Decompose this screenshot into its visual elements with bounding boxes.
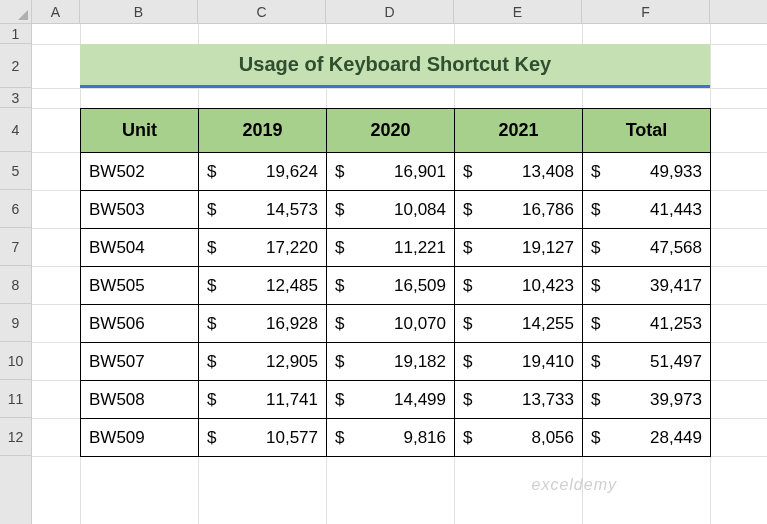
- cell-y2019[interactable]: $17,220: [199, 229, 327, 267]
- title-banner[interactable]: Usage of Keyboard Shortcut Key: [80, 44, 710, 88]
- cell-y2020[interactable]: $16,509: [327, 267, 455, 305]
- cell-y2020[interactable]: $10,084: [327, 191, 455, 229]
- cell-y2019[interactable]: $12,485: [199, 267, 327, 305]
- cell-total[interactable]: $39,417: [583, 267, 711, 305]
- cell-y2020[interactable]: $9,816: [327, 419, 455, 457]
- row-header-6[interactable]: 6: [0, 190, 31, 228]
- cell-y2021[interactable]: $13,408: [455, 153, 583, 191]
- header-2019[interactable]: 2019: [199, 109, 327, 153]
- table-row: BW504$17,220$11,221$19,127$47,568: [81, 229, 711, 267]
- row-header-12[interactable]: 12: [0, 418, 31, 456]
- row-header-4[interactable]: 4: [0, 108, 31, 152]
- spreadsheet: A B C D E F 1 2 3 4 5 6 7 8 9 10 11 12: [0, 0, 767, 524]
- cell-y2021[interactable]: $8,056: [455, 419, 583, 457]
- header-total[interactable]: Total: [583, 109, 711, 153]
- cell-y2021[interactable]: $19,127: [455, 229, 583, 267]
- cell-total[interactable]: $47,568: [583, 229, 711, 267]
- data-table: Unit 2019 2020 2021 Total BW502$19,624$1…: [80, 108, 711, 457]
- row-header-11[interactable]: 11: [0, 380, 31, 418]
- table-row: BW507$12,905$19,182$19,410$51,497: [81, 343, 711, 381]
- row-header-7[interactable]: 7: [0, 228, 31, 266]
- cell-y2019[interactable]: $14,573: [199, 191, 327, 229]
- row-headers: 1 2 3 4 5 6 7 8 9 10 11 12: [0, 24, 32, 524]
- cell-unit[interactable]: BW507: [81, 343, 199, 381]
- cell-unit[interactable]: BW503: [81, 191, 199, 229]
- row-header-8[interactable]: 8: [0, 266, 31, 304]
- table-row: BW509$10,577$9,816$8,056$28,449: [81, 419, 711, 457]
- col-header-e[interactable]: E: [454, 0, 582, 23]
- cell-y2019[interactable]: $12,905: [199, 343, 327, 381]
- cell-y2019[interactable]: $11,741: [199, 381, 327, 419]
- col-header-b[interactable]: B: [80, 0, 198, 23]
- cell-unit[interactable]: BW508: [81, 381, 199, 419]
- table-row: BW502$19,624$16,901$13,408$49,933: [81, 153, 711, 191]
- row-header-2[interactable]: 2: [0, 44, 31, 88]
- row-header-1[interactable]: 1: [0, 24, 31, 44]
- col-header-f[interactable]: F: [582, 0, 710, 23]
- table-row: BW506$16,928$10,070$14,255$41,253: [81, 305, 711, 343]
- cell-y2019[interactable]: $16,928: [199, 305, 327, 343]
- cell-area[interactable]: Usage of Keyboard Shortcut Key Unit 2019…: [32, 24, 767, 524]
- col-header-c[interactable]: C: [198, 0, 326, 23]
- cell-unit[interactable]: BW505: [81, 267, 199, 305]
- cell-total[interactable]: $41,443: [583, 191, 711, 229]
- cell-y2020[interactable]: $19,182: [327, 343, 455, 381]
- col-header-d[interactable]: D: [326, 0, 454, 23]
- watermark: exceldemy: [532, 476, 617, 494]
- cell-total[interactable]: $41,253: [583, 305, 711, 343]
- cell-unit[interactable]: BW504: [81, 229, 199, 267]
- row-header-9[interactable]: 9: [0, 304, 31, 342]
- cell-y2020[interactable]: $11,221: [327, 229, 455, 267]
- cell-unit[interactable]: BW509: [81, 419, 199, 457]
- cell-unit[interactable]: BW506: [81, 305, 199, 343]
- header-unit[interactable]: Unit: [81, 109, 199, 153]
- table-header-row: Unit 2019 2020 2021 Total: [81, 109, 711, 153]
- cell-total[interactable]: $51,497: [583, 343, 711, 381]
- cell-y2020[interactable]: $16,901: [327, 153, 455, 191]
- row-header-3[interactable]: 3: [0, 88, 31, 108]
- header-2020[interactable]: 2020: [327, 109, 455, 153]
- table-row: BW503$14,573$10,084$16,786$41,443: [81, 191, 711, 229]
- cell-y2020[interactable]: $14,499: [327, 381, 455, 419]
- row-header-5[interactable]: 5: [0, 152, 31, 190]
- cell-unit[interactable]: BW502: [81, 153, 199, 191]
- header-2021[interactable]: 2021: [455, 109, 583, 153]
- cell-y2021[interactable]: $14,255: [455, 305, 583, 343]
- cell-y2020[interactable]: $10,070: [327, 305, 455, 343]
- table-row: BW505$12,485$16,509$10,423$39,417: [81, 267, 711, 305]
- column-headers: A B C D E F: [32, 0, 767, 24]
- select-all-corner[interactable]: [0, 0, 32, 24]
- cell-y2021[interactable]: $19,410: [455, 343, 583, 381]
- cell-y2021[interactable]: $13,733: [455, 381, 583, 419]
- cell-y2021[interactable]: $10,423: [455, 267, 583, 305]
- cell-total[interactable]: $49,933: [583, 153, 711, 191]
- cell-total[interactable]: $39,973: [583, 381, 711, 419]
- cell-y2019[interactable]: $10,577: [199, 419, 327, 457]
- cell-y2019[interactable]: $19,624: [199, 153, 327, 191]
- col-header-a[interactable]: A: [32, 0, 80, 23]
- cell-total[interactable]: $28,449: [583, 419, 711, 457]
- row-header-10[interactable]: 10: [0, 342, 31, 380]
- cell-y2021[interactable]: $16,786: [455, 191, 583, 229]
- table-row: BW508$11,741$14,499$13,733$39,973: [81, 381, 711, 419]
